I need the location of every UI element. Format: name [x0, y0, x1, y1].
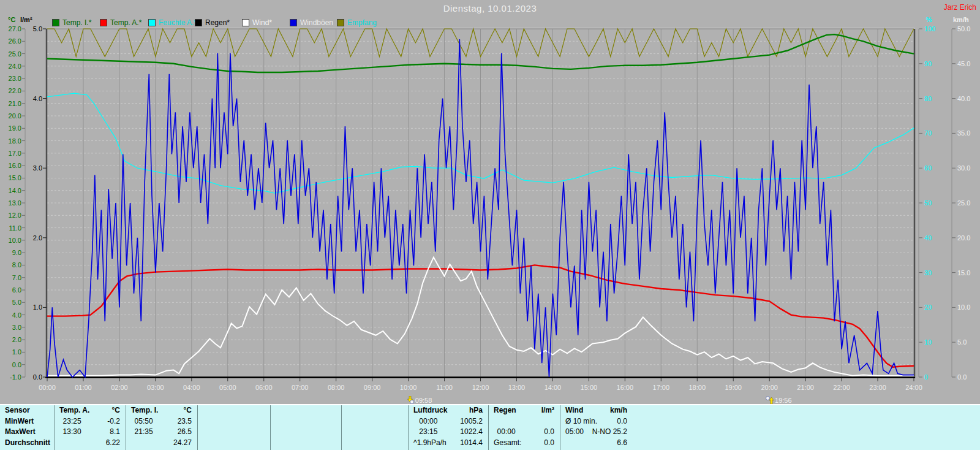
table-row-label-max: MaxWert [0, 427, 54, 438]
temp-axis-label: 26.0 [9, 37, 21, 45]
col-unit: hPa [448, 405, 489, 416]
x-axis-label: 03:00 [147, 384, 164, 391]
max-value: 26.5 [161, 427, 197, 438]
min-time: 23:25 [55, 416, 89, 427]
table-row-label-sensor: Sensor [0, 405, 54, 416]
rain-axis-label: 5.0 [33, 25, 42, 32]
x-axis-label: 14:00 [545, 384, 562, 391]
temp-axis-label: -1.0 [10, 373, 21, 381]
temp-axis-label: 25.0 [9, 50, 21, 58]
table-col-empty [341, 405, 408, 450]
col-header: Wind [560, 405, 597, 416]
table-col-pressure: LuftdruckhPa 00:001005.2 23:151022.4 ^1.… [408, 405, 488, 450]
humidity-axis-label: 50 [924, 199, 932, 207]
col-header: Luftdruck [409, 405, 448, 416]
humidity-axis-label: 90 [924, 60, 932, 67]
x-axis-label: 13:00 [508, 384, 526, 391]
x-axis-label: 18:00 [688, 384, 706, 391]
temp-axis-label: 17.0 [9, 150, 21, 157]
wind-axis-label: 30.0 [957, 164, 970, 172]
max-value: 1022.4 [448, 427, 488, 438]
avg-value: 0.0 [526, 438, 560, 449]
max-value: 0.0 [524, 427, 560, 438]
avg-label: ^1.9hPa/h [409, 438, 450, 449]
temp-axis-label: 10.0 [9, 237, 21, 244]
wind-axis-label: 0.0 [957, 373, 967, 381]
table-col-row-labels: Sensor MinWert MaxWert Durchschnitt [0, 405, 54, 450]
humidity-axis-label: 80 [924, 95, 932, 102]
temp-axis-label: 14.0 [9, 187, 21, 194]
x-axis-label: 07:00 [292, 384, 309, 391]
temp-axis-label: 4.0 [12, 311, 21, 319]
table-row-label-min: MinWert [0, 416, 54, 427]
min-value: 1005.2 [448, 416, 488, 427]
rain-axis-label: 2.0 [33, 234, 42, 242]
x-axis-label: 15:00 [581, 384, 598, 391]
x-axis-label: 05:00 [219, 384, 236, 391]
min-time: Ø 10 min. [560, 416, 598, 427]
humidity-axis-label: 100 [924, 25, 935, 32]
max-value: N-NO 25.2 [592, 427, 633, 438]
rain-axis-label: 4.0 [33, 95, 42, 102]
humidity-axis-label: 0 [924, 373, 928, 381]
event-marker-morning: 09:58 [406, 396, 432, 404]
wind-axis-label: 40.0 [957, 95, 970, 102]
x-axis-label: 23:00 [869, 384, 886, 391]
min-time: 05:50 [126, 416, 161, 427]
col-unit: °C [162, 405, 198, 416]
wind-axis-label: 35.0 [957, 129, 970, 137]
temp-axis-label: 7.0 [12, 274, 21, 281]
weather-chart-plot[interactable]: 27.026.025.024.023.022.021.020.019.018.0… [0, 0, 980, 397]
wind-axis-label: 15.0 [957, 269, 970, 276]
temp-axis-label: 24.0 [9, 63, 21, 70]
col-unit: l/m² [524, 405, 560, 416]
temp-axis-label: 27.0 [9, 25, 21, 32]
humidity-axis-label: 10 [924, 338, 932, 346]
min-value: -0.2 [89, 416, 126, 427]
max-time: 13:30 [55, 427, 89, 438]
event-marker-time: 19:56 [775, 397, 792, 404]
temp-axis-label: 19.0 [9, 124, 21, 132]
rain-axis-label: 3.0 [33, 164, 42, 172]
avg-label: Gesamt: [489, 438, 526, 449]
humidity-axis-label: 60 [924, 164, 932, 172]
x-axis-label: 20:00 [761, 384, 778, 391]
event-marker-time: 09:58 [415, 397, 432, 404]
x-axis-label: 09:00 [364, 384, 381, 391]
min-value: 23.5 [161, 416, 197, 427]
max-time: 05:00 [560, 427, 592, 438]
temp-axis-label: 9.0 [12, 249, 21, 256]
x-axis-label: 22:00 [833, 384, 850, 391]
x-axis-label: 02:00 [111, 384, 128, 391]
temp-axis-label: 0.0 [12, 361, 21, 368]
x-axis-label: 12:00 [472, 384, 489, 391]
avg-value: 6.6 [596, 438, 633, 449]
x-axis-label: 11:00 [436, 384, 453, 391]
x-axis-label: 16:00 [617, 384, 634, 391]
humidity-axis-label: 20 [924, 303, 932, 311]
min-value: 0.0 [598, 416, 633, 427]
temp-axis-label: 3.0 [12, 324, 21, 331]
weather-app-window: Dienstag, 10.01.2023 Jarz Erich °C l/m² … [0, 0, 980, 450]
temp-axis-label: 11.0 [9, 224, 21, 232]
x-axis-label: 10:00 [400, 384, 417, 391]
temp-axis-label: 1.0 [12, 348, 21, 356]
col-header: Regen [489, 405, 524, 416]
x-axis-label: 00:00 [39, 384, 56, 391]
x-axis-label: 08:00 [328, 384, 345, 391]
sun-arrow-down-icon [406, 396, 414, 404]
temp-axis-label: 8.0 [12, 261, 21, 269]
temp-axis-label: 20.0 [9, 112, 21, 120]
max-time: 21:35 [126, 427, 161, 438]
x-axis-label: 17:00 [653, 384, 670, 391]
temp-axis-label: 23.0 [9, 75, 21, 82]
sun-arrow-up-icon [766, 396, 774, 404]
temp-axis-label: 12.0 [9, 212, 21, 219]
x-axis-label: 01:00 [75, 384, 92, 391]
table-col-rain: Regenl/m² 00:000.0 Gesamt:0.0 [488, 405, 560, 450]
x-axis-label: 24:00 [905, 384, 922, 391]
rain-axis-label: 1.0 [33, 303, 42, 311]
humidity-axis-label: 70 [924, 129, 932, 137]
max-time: 00:00 [489, 427, 524, 438]
temp-axis-label: 5.0 [12, 299, 21, 306]
